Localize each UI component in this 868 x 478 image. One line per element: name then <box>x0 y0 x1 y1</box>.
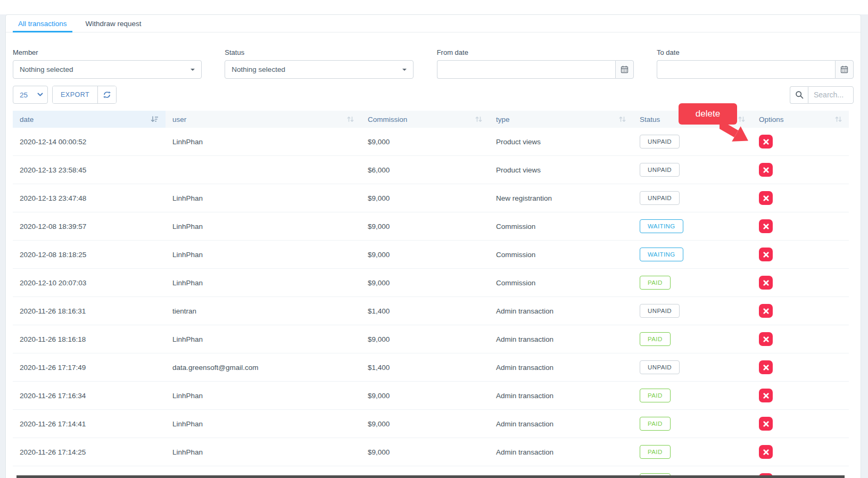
cell-status: PAID <box>633 325 752 353</box>
page-size-select[interactable]: 25 <box>13 86 48 104</box>
refresh-icon <box>103 91 111 98</box>
sort-descending-icon <box>151 116 159 123</box>
to-date-input[interactable] <box>657 60 835 79</box>
top-white-strip <box>0 0 868 14</box>
status-badge[interactable]: PAID <box>640 276 671 290</box>
delete-x-icon <box>763 252 769 258</box>
status-badge[interactable]: UNPAID <box>640 191 680 205</box>
delete-annotation-label: delete <box>696 109 720 119</box>
export-button[interactable]: EXPORT <box>53 86 97 103</box>
to-date-calendar-button[interactable] <box>835 60 854 79</box>
table-row: 2020-11-26 17:14:41 LinhPhan $9,000 Admi… <box>13 410 849 438</box>
column-header-commission[interactable]: Commission <box>361 111 489 128</box>
sort-icon <box>619 116 626 122</box>
filter-row: Member Nothing selected Status Nothing s… <box>13 48 854 79</box>
column-header-date[interactable]: date <box>13 111 166 128</box>
sort-icon <box>347 116 354 122</box>
cell-date: 2020-11-26 17:14:41 <box>13 410 166 438</box>
cell-user: LinhPhan <box>166 128 361 156</box>
search-input[interactable] <box>808 86 854 104</box>
table-row: 2020-11-26 17:17:49 data.greensoft@gmail… <box>13 353 849 382</box>
status-badge[interactable]: PAID <box>640 445 671 459</box>
cell-options <box>752 410 849 438</box>
cell-date: 2020-12-08 18:18:25 <box>13 241 166 269</box>
status-badge[interactable]: WAITING <box>640 219 683 233</box>
bottom-dark-bar <box>16 475 845 478</box>
column-label: user <box>172 116 186 123</box>
tab-all-transactions[interactable]: All transactions <box>13 15 72 32</box>
refresh-button[interactable] <box>97 86 116 103</box>
cell-status: UNPAID <box>633 353 752 382</box>
cell-user: LinhPhan <box>166 438 361 466</box>
column-header-options[interactable]: Options <box>752 111 849 128</box>
delete-button[interactable] <box>759 304 773 318</box>
status-badge[interactable]: PAID <box>640 417 671 431</box>
search-button[interactable] <box>790 86 808 104</box>
filter-member: Member Nothing selected <box>13 48 202 79</box>
delete-button[interactable] <box>759 445 773 459</box>
status-badge[interactable]: PAID <box>640 389 671 402</box>
column-label: date <box>20 116 34 123</box>
sort-icon <box>835 116 842 122</box>
from-date-calendar-button[interactable] <box>615 60 634 79</box>
cell-type: Admin transaction <box>489 325 633 353</box>
status-badge[interactable]: UNPAID <box>640 360 680 374</box>
status-label: Status <box>225 48 414 56</box>
cell-type: Admin transaction <box>489 382 633 410</box>
tab-bar: All transactions Withdraw request <box>6 15 861 32</box>
cell-options <box>752 269 849 297</box>
cell-type: Product views <box>489 128 633 156</box>
status-badge[interactable]: PAID <box>640 332 671 346</box>
status-badge[interactable]: UNPAID <box>640 135 680 149</box>
filter-from-date: From date <box>437 48 634 79</box>
cell-type: New registrantion <box>489 184 633 212</box>
delete-x-icon <box>763 280 769 286</box>
cell-status: PAID <box>633 410 752 438</box>
chevron-down-icon <box>402 69 407 71</box>
tab-withdraw-request[interactable]: Withdraw request <box>80 15 147 32</box>
delete-button[interactable] <box>759 163 773 177</box>
status-badge[interactable]: WAITING <box>640 248 683 261</box>
cell-user: tientran <box>166 297 361 325</box>
cell-date: 2020-12-10 20:07:03 <box>13 269 166 297</box>
column-label: type <box>496 116 510 123</box>
cell-commission: $9,000 <box>361 184 489 212</box>
member-label: Member <box>13 48 202 56</box>
delete-button[interactable] <box>759 191 773 205</box>
cell-type: Admin transaction <box>489 297 633 325</box>
delete-button[interactable] <box>759 360 773 374</box>
status-select[interactable]: Nothing selected <box>225 60 414 79</box>
column-header-type[interactable]: type <box>489 111 633 128</box>
delete-x-icon <box>763 195 769 201</box>
status-badge[interactable]: UNPAID <box>640 163 680 177</box>
column-header-user[interactable]: user <box>166 111 361 128</box>
delete-button[interactable] <box>759 332 773 346</box>
annotation-arrow-icon <box>720 118 757 147</box>
delete-button[interactable] <box>759 248 773 261</box>
cell-user: data.greensoft@gmail.com <box>166 353 361 382</box>
delete-button[interactable] <box>759 417 773 431</box>
delete-x-icon <box>763 336 769 342</box>
delete-button[interactable] <box>759 135 773 149</box>
column-label: Commission <box>368 116 407 123</box>
delete-x-icon <box>763 393 769 399</box>
to-date-label: To date <box>657 48 854 56</box>
status-badge[interactable]: UNPAID <box>640 304 680 318</box>
delete-button[interactable] <box>759 219 773 233</box>
delete-button[interactable] <box>759 389 773 402</box>
table-row: 2020-12-13 23:58:45 $6,000 Product views… <box>13 156 849 184</box>
cell-user: LinhPhan <box>166 184 361 212</box>
delete-x-icon <box>763 449 769 455</box>
cell-type: Admin transaction <box>489 410 633 438</box>
cell-status: UNPAID <box>633 184 752 212</box>
cell-date: 2020-11-26 17:14:25 <box>13 438 166 466</box>
from-date-input[interactable] <box>437 60 615 79</box>
cell-commission: $9,000 <box>361 269 489 297</box>
cell-date: 2020-12-13 23:58:45 <box>13 156 166 184</box>
cell-type: Commission <box>489 269 633 297</box>
delete-button[interactable] <box>759 276 773 290</box>
member-select[interactable]: Nothing selected <box>13 60 202 79</box>
cell-options <box>752 325 849 353</box>
cell-status: PAID <box>633 269 752 297</box>
delete-x-icon <box>763 139 769 145</box>
